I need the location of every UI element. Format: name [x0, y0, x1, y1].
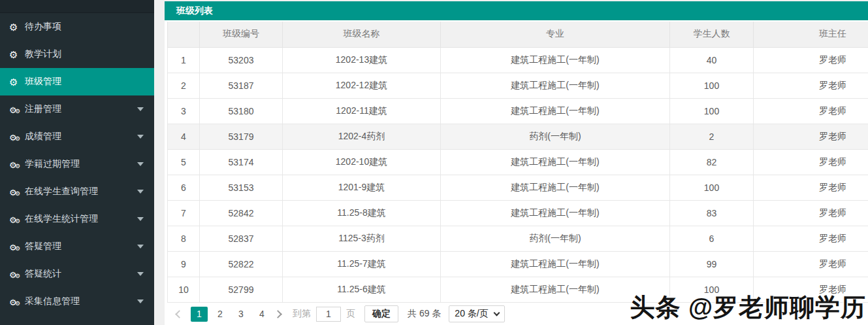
gears-icon	[9, 160, 25, 169]
cell-class-name: 1201-9建筑	[283, 175, 441, 200]
sidebar-item-label: 班级管理	[25, 76, 61, 88]
next-page-icon[interactable]	[274, 310, 282, 318]
table-row[interactable]: 1 53203 1202-13建筑 建筑工程施工(一年制) 40 罗老师	[168, 47, 868, 73]
col-header-teacher: 班主任	[754, 22, 868, 47]
cell-major: 药剂(一年制)	[441, 226, 670, 251]
cell-class-name: 11.25-6建筑	[283, 277, 441, 302]
table-row-highlighted[interactable]: 4 53179 1202-4药剂 药剂(一年制) 2 罗老师	[168, 124, 868, 149]
sidebar-item-qa-stats[interactable]: 答疑统计	[0, 260, 154, 288]
sidebar-item-enrollment-expiry[interactable]: 学籍过期管理	[0, 150, 154, 178]
cell-student-count: 83	[670, 200, 754, 226]
sidebar-item-todo[interactable]: 待办事项	[0, 13, 154, 41]
table-row[interactable]: 8 52837 1125-3药剂 药剂(一年制) 6 罗老师	[168, 226, 868, 251]
table-row[interactable]: 7 52842 11.25-8建筑 建筑工程施工(一年制) 83 罗老师	[168, 200, 868, 226]
chevron-down-icon	[137, 245, 144, 248]
chevron-down-icon	[137, 190, 144, 194]
chevron-down-icon	[137, 107, 144, 111]
table-row[interactable]: 9 52822 11.25-7建筑 建筑工程施工(一年制) 99 罗老师	[168, 251, 868, 277]
table-body: 1 53203 1202-13建筑 建筑工程施工(一年制) 40 罗老师 2 5…	[168, 47, 868, 302]
gears-icon	[9, 214, 25, 224]
cell-class-id: 53180	[200, 98, 283, 124]
cell-student-count: 100	[670, 277, 754, 302]
table-row[interactable]: 3 53180 1202-11建筑 建筑工程施工(一年制) 100 罗老师	[168, 98, 868, 124]
cell-teacher: 罗老师	[754, 149, 868, 175]
cell-class-id: 53187	[200, 73, 283, 98]
cell-class-id: 52842	[200, 200, 283, 226]
sidebar-item-teaching-plan[interactable]: 教学计划	[0, 41, 154, 68]
sidebar-item-online-student-query[interactable]: 在线学生查询管理	[0, 178, 154, 205]
cell-class-name: 1202-4药剂	[283, 124, 441, 149]
page-button-4[interactable]: 4	[253, 307, 270, 322]
col-header-major: 专业	[441, 22, 670, 47]
table-row[interactable]: 6 53153 1201-9建筑 建筑工程施工(一年制) 100 罗老师	[168, 175, 868, 200]
cell-teacher: 罗老师	[754, 73, 868, 98]
cell-class-name: 1202-13建筑	[283, 47, 441, 73]
confirm-button[interactable]: 确定	[364, 305, 398, 322]
sidebar-item-label: 学籍过期管理	[25, 158, 80, 170]
gears-icon	[9, 105, 25, 114]
cell-student-count: 100	[670, 73, 754, 98]
table-row[interactable]: 10 52799 11.25-6建筑 建筑工程施工(一年制) 100 罗老师	[168, 277, 868, 302]
cell-class-name: 11.25-8建筑	[283, 200, 441, 226]
class-table-wrapper: 班级编号 班级名称 专业 学生人数 班主任 1 53203 1202-13建筑 …	[167, 22, 868, 303]
cell-row-no: 5	[168, 149, 200, 175]
sidebar-item-class-management[interactable]: 班级管理	[0, 68, 154, 95]
cell-teacher: 罗老师	[754, 175, 868, 200]
cell-teacher: 罗老师	[754, 124, 868, 149]
cell-row-no: 1	[168, 47, 200, 73]
sidebar-item-info-collection[interactable]: 采集信息管理	[0, 288, 154, 315]
page-button-3[interactable]: 3	[233, 307, 249, 322]
cell-class-id: 53153	[200, 175, 283, 200]
cell-class-id: 52822	[200, 251, 283, 277]
sidebar-item-label: 待办事项	[25, 21, 61, 33]
table-header-row: 班级编号 班级名称 专业 学生人数 班主任	[168, 22, 868, 47]
goto-page-input[interactable]	[316, 307, 341, 322]
cell-major: 建筑工程施工(一年制)	[441, 251, 670, 277]
prev-page-icon[interactable]	[175, 310, 184, 318]
sidebar-item-registration[interactable]: 注册管理	[0, 95, 154, 123]
cell-row-no: 10	[168, 277, 200, 302]
sidebar-item-label: 采集信息管理	[25, 296, 80, 307]
page-button-1[interactable]: 1	[191, 307, 208, 322]
cell-class-name: 11.25-7建筑	[283, 251, 441, 277]
cell-row-no: 4	[168, 124, 200, 149]
col-header-index	[168, 22, 200, 47]
main-content: 班级列表 班级编号 班级名称 专业 学生人数 班主任	[165, 1, 868, 325]
gears-icon	[9, 242, 25, 252]
goto-page-label: 到第	[293, 308, 311, 320]
cell-class-name: 1202-12建筑	[283, 73, 441, 98]
table-row[interactable]: 5 53174 1202-10建筑 建筑工程施工(一年制) 82 罗老师	[168, 149, 868, 175]
chevron-down-icon	[494, 310, 500, 316]
sidebar-item-grades[interactable]: 成绩管理	[0, 123, 154, 150]
page-button-2[interactable]: 2	[212, 307, 229, 322]
cell-student-count: 99	[670, 251, 754, 277]
cell-class-id: 53179	[200, 124, 283, 149]
table-row[interactable]: 2 53187 1202-12建筑 建筑工程施工(一年制) 100 罗老师	[168, 73, 868, 98]
cell-row-no: 2	[168, 73, 200, 98]
total-count-label: 共 69 条	[408, 308, 441, 320]
cell-teacher: 罗老师	[754, 200, 868, 226]
sidebar-item-label: 注册管理	[25, 103, 61, 115]
cell-teacher: 罗老师	[754, 47, 868, 73]
cell-student-count: 100	[670, 98, 754, 124]
cell-major: 建筑工程施工(一年制)	[441, 277, 670, 302]
cell-class-id: 53174	[200, 149, 283, 175]
cell-student-count: 40	[670, 47, 754, 73]
sidebar-item-qa-management[interactable]: 答疑管理	[0, 233, 154, 260]
sidebar-item-online-student-stats[interactable]: 在线学生统计管理	[0, 205, 154, 233]
sidebar-item-label: 成绩管理	[25, 131, 61, 143]
cell-major: 建筑工程施工(一年制)	[441, 149, 670, 175]
cell-row-no: 3	[168, 98, 200, 124]
chevron-down-icon	[137, 217, 144, 221]
cell-row-no: 7	[168, 200, 200, 226]
page-size-select[interactable]: 20 条/页	[449, 305, 505, 322]
cell-major: 建筑工程施工(一年制)	[441, 98, 670, 124]
sidebar-header	[0, 0, 154, 13]
cell-major: 建筑工程施工(一年制)	[441, 200, 670, 226]
cell-row-no: 6	[168, 175, 200, 200]
cell-row-no: 8	[168, 226, 200, 251]
cell-student-count: 100	[670, 175, 754, 200]
cell-row-no: 9	[168, 251, 200, 277]
chevron-down-icon	[137, 272, 144, 276]
cell-class-id: 52799	[200, 277, 283, 302]
